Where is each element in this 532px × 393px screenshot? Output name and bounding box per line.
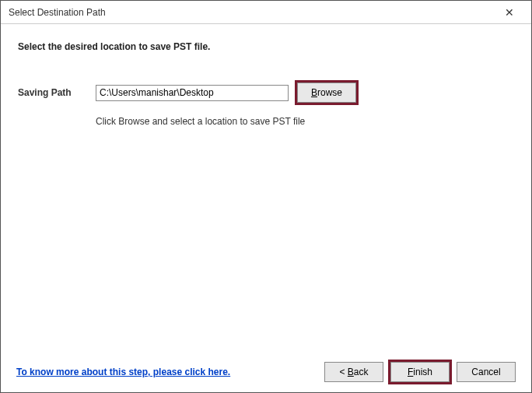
finish-button[interactable]: Finish <box>390 362 450 382</box>
saving-path-row: Saving Path Browse <box>18 80 514 105</box>
saving-path-label: Saving Path <box>18 87 89 98</box>
saving-path-input[interactable] <box>96 85 289 101</box>
finish-highlight: Finish <box>388 360 452 384</box>
help-link[interactable]: To know more about this step, please cli… <box>16 367 230 377</box>
back-button[interactable]: < Back <box>324 362 383 382</box>
titlebar: Select Destination Path ✕ <box>1 1 531 24</box>
instruction-heading: Select the desired location to save PST … <box>18 41 514 52</box>
close-icon: ✕ <box>505 6 514 19</box>
browse-button[interactable]: Browse <box>297 82 356 103</box>
window-title: Select Destination Path <box>9 7 494 18</box>
cancel-button[interactable]: Cancel <box>457 362 516 382</box>
dialog-window: Select Destination Path ✕ Select the des… <box>0 0 532 393</box>
content-area: Select the desired location to save PST … <box>1 24 531 352</box>
browse-highlight: Browse <box>295 80 359 105</box>
close-button[interactable]: ✕ <box>494 2 525 23</box>
hint-text: Click Browse and select a location to sa… <box>96 116 514 127</box>
footer: To know more about this step, please cli… <box>1 352 531 392</box>
